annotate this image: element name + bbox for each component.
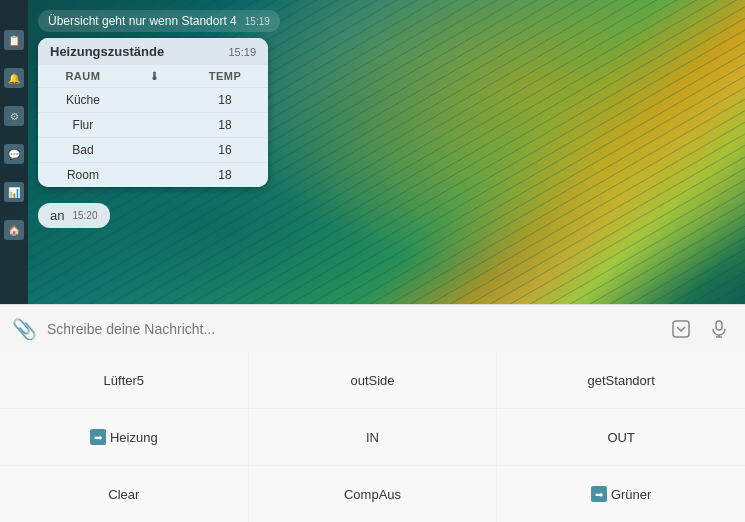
quick-btn-outside-label: outSide [350,373,394,388]
quick-buttons-grid: Lüfter5 outSide getStandort ➡ Heizung IN… [0,352,745,522]
quick-btn-heizung[interactable]: ➡ Heizung [0,409,248,465]
quick-btn-in-label: IN [366,430,379,445]
svg-rect-0 [673,321,689,337]
quick-btn-heizung-label: Heizung [110,430,158,445]
sidebar: 📋 🔔 ⚙ 💬 📊 🏠 [0,0,28,352]
sidebar-icon-3[interactable]: ⚙ [4,106,24,126]
partial-message-time: 15:19 [245,16,270,27]
heizung-arrow-icon: ➡ [90,429,106,445]
an-bubble: an 15:20 [38,203,110,228]
input-bar: 📎 [0,304,745,352]
microphone-icon[interactable] [705,315,733,343]
partial-message-text: Übersicht geht nur wenn Standort 4 [48,14,237,28]
quick-btn-out[interactable]: OUT [497,409,745,465]
table-row: Flur 18 [38,113,268,138]
quick-btn-lufter5-label: Lüfter5 [104,373,144,388]
room-room: Room [38,163,128,188]
quick-btn-lufter5[interactable]: Lüfter5 [0,352,248,408]
gruner-arrow-icon: ➡ [591,486,607,502]
sidebar-icon-1[interactable]: 📋 [4,30,24,50]
quick-btn-outside[interactable]: outSide [249,352,497,408]
sidebar-icon-4[interactable]: 💬 [4,144,24,164]
quick-btn-compaus[interactable]: CompAus [249,466,497,522]
input-icons [667,315,733,343]
room-kueche-spacer [128,88,182,113]
scroll-down-icon[interactable] [667,315,695,343]
heizung-card: Heizungszustände 15:19 RAUM 🌡 TEMP Küche… [38,38,268,187]
col-raum: RAUM [38,65,128,88]
heizung-card-header: Heizungszustände 15:19 [38,38,268,65]
room-bad: Bad [38,138,128,163]
table-row: Room 18 [38,163,268,188]
an-bubble-time: 15:20 [72,210,97,221]
quick-btn-out-label: OUT [607,430,634,445]
temp-room: 18 [182,163,268,188]
col-temp: TEMP [182,65,268,88]
an-bubble-text: an [50,208,64,223]
quick-btn-getstandort[interactable]: getStandort [497,352,745,408]
sidebar-icon-2[interactable]: 🔔 [4,68,24,88]
quick-btn-clear-label: Clear [108,487,139,502]
room-bad-spacer [128,138,182,163]
heizung-table: RAUM 🌡 TEMP Küche 18 Flur 18 Bad [38,65,268,187]
temp-flur: 18 [182,113,268,138]
room-flur: Flur [38,113,128,138]
quick-btn-gruner[interactable]: ➡ Grüner [497,466,745,522]
sidebar-icon-5[interactable]: 📊 [4,182,24,202]
quick-btn-getstandort-label: getStandort [588,373,655,388]
heizung-card-time: 15:19 [228,46,256,58]
temp-bad: 16 [182,138,268,163]
attach-icon[interactable]: 📎 [12,317,37,341]
table-row: Bad 16 [38,138,268,163]
message-input[interactable] [47,321,657,337]
room-flur-spacer [128,113,182,138]
table-row: Küche 18 [38,88,268,113]
svg-rect-1 [716,321,722,330]
messages-area: Übersicht geht nur wenn Standort 4 15:19… [28,0,745,352]
sidebar-icon-6[interactable]: 🏠 [4,220,24,240]
quick-btn-in[interactable]: IN [249,409,497,465]
temp-kueche: 18 [182,88,268,113]
heizung-card-title: Heizungszustände [50,44,164,59]
partial-message-bubble: Übersicht geht nur wenn Standort 4 15:19 [38,10,280,32]
col-temp-icon: 🌡 [128,65,182,88]
quick-btn-gruner-label: Grüner [611,487,651,502]
room-kueche: Küche [38,88,128,113]
quick-btn-clear[interactable]: Clear [0,466,248,522]
room-room-spacer [128,163,182,188]
quick-btn-compaus-label: CompAus [344,487,401,502]
